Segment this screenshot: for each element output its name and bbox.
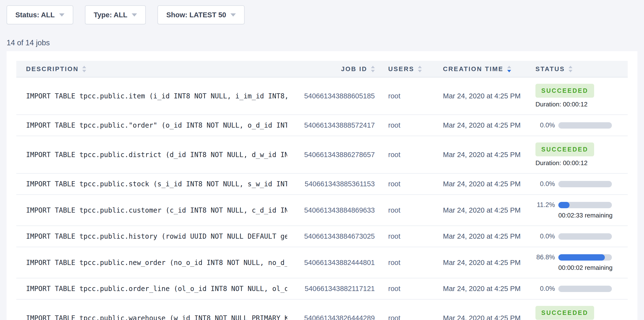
progress-percent: 86.8% xyxy=(536,253,555,261)
sort-desc-icon xyxy=(418,70,422,72)
creation-time-cell: Mar 24, 2020 at 4:25 PM xyxy=(430,285,526,293)
progress-bar xyxy=(558,181,612,187)
job-id-cell: 540661343886278657 xyxy=(287,151,375,159)
progress-bar xyxy=(558,286,612,292)
sort-arrows-icon[interactable] xyxy=(418,66,422,72)
status-cell: 0.0% xyxy=(526,122,628,129)
job-description-cell: IMPORT TABLE tpcc.public."order" (o_id I… xyxy=(16,121,287,129)
column-header-description[interactable]: DESCRIPTION xyxy=(16,65,287,73)
show-filter-dropdown[interactable]: Show: LATEST 50 xyxy=(158,5,244,24)
progress-percent: 0.0% xyxy=(536,285,555,292)
status-cell: 0.0% xyxy=(526,233,628,240)
job-description-cell: IMPORT TABLE tpcc.public.order_line (ol_… xyxy=(16,285,287,293)
time-remaining: 00:02:33 remaining xyxy=(558,212,612,219)
user-cell: root xyxy=(375,151,430,159)
sort-asc-icon xyxy=(82,66,86,68)
progress-percent: 0.0% xyxy=(536,180,555,188)
column-header-label: JOB ID xyxy=(341,65,367,73)
status-cell: 0.0% xyxy=(526,180,628,188)
job-id-cell: 540661343884673025 xyxy=(287,232,375,240)
progress-bar xyxy=(558,122,612,129)
creation-time-cell: Mar 24, 2020 at 4:25 PM xyxy=(430,180,526,188)
job-description-cell: IMPORT TABLE tpcc.public.history (rowid … xyxy=(16,232,287,240)
job-duration: Duration: 00:00:12 xyxy=(536,101,628,108)
sort-asc-icon xyxy=(371,66,375,68)
progress-line: 0.0% xyxy=(536,122,628,129)
status-cell: SUCCEEDEDDuration: 00:00:12 xyxy=(526,142,628,167)
sort-desc-icon xyxy=(82,70,86,72)
status-badge: SUCCEEDED xyxy=(536,84,594,98)
status-cell: SUCCEEDEDDuration: 00:00:08 xyxy=(526,306,628,320)
creation-time-cell: Mar 24, 2020 at 4:25 PM xyxy=(430,259,526,267)
column-header-creation-time[interactable]: CREATION TIME xyxy=(430,65,526,73)
table-header: DESCRIPTIONJOB IDUSERSCREATION TIMESTATU… xyxy=(16,61,628,78)
table-row[interactable]: IMPORT TABLE tpcc.public.warehouse (w_id… xyxy=(16,299,628,320)
status-cell: SUCCEEDEDDuration: 00:00:12 xyxy=(526,84,628,108)
job-id-cell: 540661343826444289 xyxy=(287,314,375,320)
sort-asc-icon xyxy=(568,66,572,68)
user-cell: root xyxy=(375,206,430,214)
progress-bar-fill xyxy=(558,202,570,208)
job-description-cell: IMPORT TABLE tpcc.public.warehouse (w_id… xyxy=(16,314,287,320)
creation-time-cell: Mar 24, 2020 at 4:25 PM xyxy=(430,121,526,129)
jobs-count-summary: 14 of 14 jobs xyxy=(6,39,644,47)
table-row[interactable]: IMPORT TABLE tpcc.public.district (d_id … xyxy=(16,136,628,174)
progress-line: 0.0% xyxy=(536,180,628,188)
status-filter-label: Status: ALL xyxy=(15,11,55,19)
progress-percent: 0.0% xyxy=(536,233,555,240)
table-row[interactable]: IMPORT TABLE tpcc.public.new_order (no_o… xyxy=(16,247,628,278)
job-id-cell: 540661343882444801 xyxy=(287,259,375,267)
creation-time-cell: Mar 24, 2020 at 4:25 PM xyxy=(430,92,526,100)
table-row[interactable]: IMPORT TABLE tpcc.public.item (i_id INT8… xyxy=(16,78,628,115)
show-filter-label: Show: LATEST 50 xyxy=(166,11,226,19)
user-cell: root xyxy=(375,314,430,320)
table-row[interactable]: IMPORT TABLE tpcc.public.stock (s_i_id I… xyxy=(16,174,628,195)
user-cell: root xyxy=(375,259,430,267)
column-header-label: CREATION TIME xyxy=(443,65,504,73)
progress-line: 11.2% xyxy=(536,201,628,209)
progress-line: 0.0% xyxy=(536,233,628,240)
status-cell: 11.2%00:02:33 remaining xyxy=(526,201,628,219)
jobs-table-card: DESCRIPTIONJOB IDUSERSCREATION TIMESTATU… xyxy=(6,51,638,320)
creation-time-cell: Mar 24, 2020 at 4:25 PM xyxy=(430,206,526,214)
job-description-cell: IMPORT TABLE tpcc.public.item (i_id INT8… xyxy=(16,92,287,100)
user-cell: root xyxy=(375,180,430,188)
status-badge: SUCCEEDED xyxy=(536,306,594,320)
column-header-job-id[interactable]: JOB ID xyxy=(287,65,375,73)
progress-bar xyxy=(558,254,612,260)
sort-desc-icon xyxy=(507,70,511,72)
user-cell: root xyxy=(375,232,430,240)
user-cell: root xyxy=(375,92,430,100)
chevron-down-icon xyxy=(230,14,236,17)
job-description-cell: IMPORT TABLE tpcc.public.stock (s_i_id I… xyxy=(16,180,287,188)
progress-line: 0.0% xyxy=(536,285,628,292)
type-filter-dropdown[interactable]: Type: ALL xyxy=(85,5,146,24)
job-description-cell: IMPORT TABLE tpcc.public.customer (c_id … xyxy=(16,206,287,214)
column-header-users[interactable]: USERS xyxy=(375,65,430,73)
jobs-table: DESCRIPTIONJOB IDUSERSCREATION TIMESTATU… xyxy=(16,61,628,320)
sort-arrows-icon[interactable] xyxy=(507,66,511,72)
sort-arrows-icon[interactable] xyxy=(371,66,375,72)
progress-line: 86.8% xyxy=(536,253,628,261)
column-header-label: STATUS xyxy=(536,65,565,73)
column-header-status[interactable]: STATUS xyxy=(526,65,628,73)
job-id-cell: 540661343888572417 xyxy=(287,121,375,129)
sort-desc-icon xyxy=(568,70,572,72)
job-id-cell: 540661343882117121 xyxy=(287,285,375,293)
job-duration: Duration: 00:00:12 xyxy=(536,159,628,167)
user-cell: root xyxy=(375,121,430,129)
status-cell: 86.8%00:00:02 remaining xyxy=(526,253,628,271)
chevron-down-icon xyxy=(132,14,137,17)
table-row[interactable]: IMPORT TABLE tpcc.public.customer (c_id … xyxy=(16,195,628,226)
creation-time-cell: Mar 24, 2020 at 4:25 PM xyxy=(430,232,526,240)
column-header-label: DESCRIPTION xyxy=(26,65,78,73)
table-row[interactable]: IMPORT TABLE tpcc.public.history (rowid … xyxy=(16,226,628,247)
sort-asc-icon xyxy=(507,66,511,68)
table-row[interactable]: IMPORT TABLE tpcc.public."order" (o_id I… xyxy=(16,115,628,136)
job-id-cell: 540661343884869633 xyxy=(287,206,375,214)
sort-arrows-icon[interactable] xyxy=(82,66,86,72)
sort-arrows-icon[interactable] xyxy=(568,66,572,72)
status-filter-dropdown[interactable]: Status: ALL xyxy=(6,5,73,24)
table-row[interactable]: IMPORT TABLE tpcc.public.order_line (ol_… xyxy=(16,278,628,299)
time-remaining: 00:00:02 remaining xyxy=(558,264,612,271)
